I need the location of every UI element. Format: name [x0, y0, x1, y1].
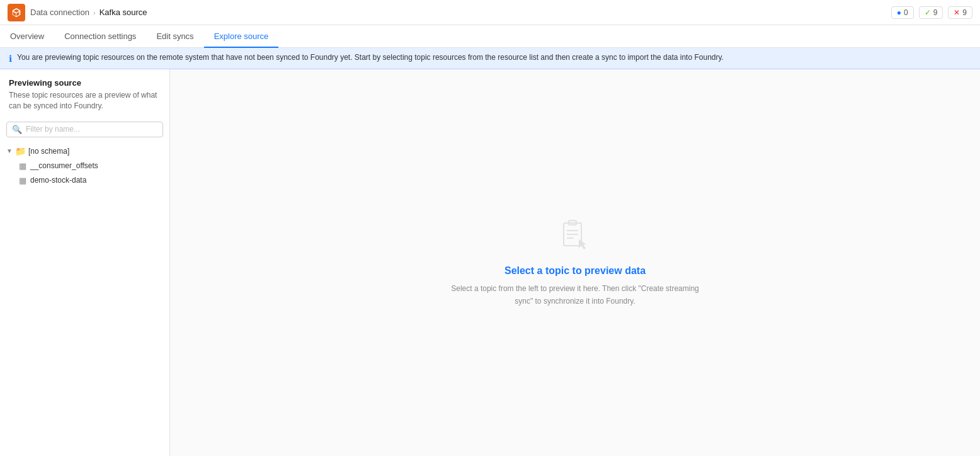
status-badge-pending[interactable]: ● 0 [891, 6, 914, 19]
search-icon: 🔍 [12, 125, 22, 134]
status-badge-success[interactable]: ✓ 9 [919, 6, 943, 19]
folder-icon: 📁 [15, 146, 26, 156]
pending-count: 0 [904, 8, 908, 17]
tree-group-no-schema: ▼ 📁 [no schema] ▦ __consumer_offsets ▦ d… [0, 144, 169, 188]
topic-label: demo-stock-data [30, 176, 86, 185]
pending-icon: ● [897, 8, 901, 17]
table-icon: ▦ [19, 161, 26, 171]
list-item[interactable]: ▦ demo-stock-data [0, 173, 169, 188]
tab-explore-source[interactable]: Explore source [204, 26, 279, 48]
topbar-right: ● 0 ✓ 9 ✕ 9 [891, 6, 972, 19]
info-icon: ℹ [9, 54, 12, 64]
resource-tree: ▼ 📁 [no schema] ▦ __consumer_offsets ▦ d… [0, 141, 169, 456]
tree-group-header[interactable]: ▼ 📁 [no schema] [0, 144, 169, 159]
app-icon[interactable] [8, 4, 25, 21]
main-layout: Previewing source These topic resources … [0, 69, 980, 456]
error-icon: ✕ [954, 8, 960, 17]
success-count: 9 [933, 8, 938, 17]
tabbar: Overview Connection settings Edit syncs … [0, 25, 980, 48]
tab-edit-syncs[interactable]: Edit syncs [146, 26, 203, 48]
panel-header: Previewing source These topic resources … [0, 69, 169, 115]
success-icon: ✓ [925, 8, 931, 17]
info-banner: ℹ You are previewing topic resources on … [0, 48, 980, 69]
topbar: Data connection › Kafka source ● 0 ✓ 9 ✕… [0, 0, 980, 25]
breadcrumb-current: Kafka source [100, 8, 147, 17]
topic-label: __consumer_offsets [30, 161, 98, 170]
list-item[interactable]: ▦ __consumer_offsets [0, 159, 169, 173]
empty-state-icon [449, 218, 701, 255]
empty-state-title: Select a topic to preview data [449, 265, 701, 277]
tab-overview[interactable]: Overview [0, 26, 54, 48]
table-icon: ▦ [19, 176, 26, 185]
tab-connection-settings[interactable]: Connection settings [54, 26, 146, 48]
left-panel: Previewing source These topic resources … [0, 69, 170, 456]
chevron-down-icon: ▼ [6, 147, 13, 154]
panel-description: These topic resources are a preview of w… [9, 90, 161, 112]
tree-group-label: [no schema] [28, 147, 69, 156]
svg-marker-5 [579, 239, 586, 249]
breadcrumb-separator: › [93, 9, 96, 16]
status-badge-error[interactable]: ✕ 9 [948, 6, 972, 19]
search-input[interactable] [26, 125, 157, 134]
empty-state: Select a topic to preview data Select a … [449, 218, 701, 307]
banner-text: You are previewing topic resources on th… [17, 53, 724, 62]
search-box[interactable]: 🔍 [6, 122, 163, 137]
breadcrumb-parent[interactable]: Data connection [30, 8, 89, 17]
empty-state-description: Select a topic from the left to preview … [449, 283, 701, 307]
error-count: 9 [962, 8, 967, 17]
right-panel: Select a topic to preview data Select a … [170, 69, 980, 456]
panel-title: Previewing source [9, 78, 161, 88]
breadcrumb: Data connection › Kafka source [30, 8, 147, 17]
topbar-left: Data connection › Kafka source [8, 4, 147, 21]
